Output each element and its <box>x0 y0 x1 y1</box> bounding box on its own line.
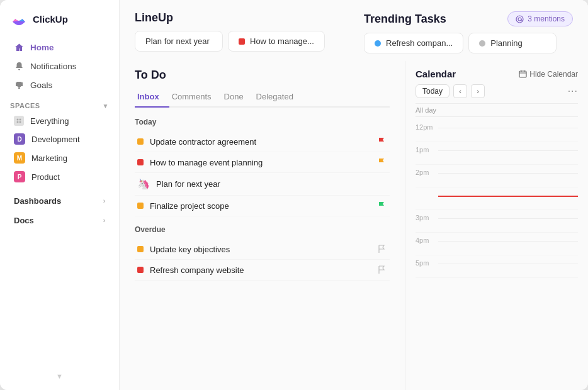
home-icon <box>14 42 24 52</box>
at-icon <box>516 15 524 23</box>
sidebar-item-everything[interactable]: Everything <box>4 112 115 130</box>
time-line <box>438 150 578 151</box>
todo-title: To Do <box>135 69 390 82</box>
marketing-space-dot: M <box>14 152 25 164</box>
sidebar-collapse-icon[interactable]: ▼ <box>56 372 63 380</box>
calendar-more-button[interactable]: ··· <box>568 86 578 97</box>
task-item[interactable]: Finalize project scope <box>135 196 390 216</box>
svg-point-0 <box>17 119 19 121</box>
trending-area: Trending Tasks 3 mentions Refresh compan… <box>364 11 573 53</box>
task-item[interactable]: 🦄 Plan for next year <box>135 173 390 196</box>
tab-comments[interactable]: Comments <box>169 88 222 108</box>
sidebar-item-home[interactable]: Home <box>4 38 115 57</box>
sidebar-bottom: ▼ <box>0 367 119 385</box>
lineup-area: LineUp Plan for next year How to manage.… <box>135 11 344 52</box>
cal-time-row: 2pm <box>416 165 578 187</box>
sidebar-item-development[interactable]: D Development <box>4 130 115 148</box>
lineup-card-plan-label: Plan for next year <box>145 36 210 46</box>
sidebar: ClickUp Home Notifications Goals Spaces … <box>0 0 120 390</box>
task-flag-icon <box>377 157 387 167</box>
lineup-card-plan[interactable]: Plan for next year <box>135 31 223 52</box>
trending-card-refresh[interactable]: Refresh compan... <box>364 33 463 53</box>
tab-done[interactable]: Done <box>222 88 254 108</box>
development-space-dot: D <box>14 133 25 145</box>
bell-icon <box>14 61 24 71</box>
task-item[interactable]: Update contractor agreement <box>135 131 390 152</box>
calendar-area: Calendar Hide Calendar Today ‹ › ··· All… <box>405 61 588 390</box>
everything-dot <box>14 116 24 126</box>
trending-card-planning[interactable]: Planning <box>468 33 557 53</box>
svg-point-4 <box>516 16 523 23</box>
mentions-count: 3 mentions <box>528 14 565 23</box>
lineup-card-manage[interactable]: How to manage... <box>228 31 325 52</box>
tab-inbox[interactable]: Inbox <box>135 88 169 108</box>
task-item[interactable]: Refresh company website <box>135 260 390 281</box>
bottom-section: To Do Inbox Comments Done Delegated Toda… <box>120 61 588 390</box>
sidebar-item-docs[interactable]: Docs › <box>4 211 115 230</box>
today-group-label: Today <box>135 118 390 126</box>
cal-time-row: 4pm <box>416 233 578 255</box>
trophy-icon <box>14 80 24 90</box>
sidebar-item-product[interactable]: P Product <box>4 167 115 186</box>
cal-time-row: 3pm <box>416 210 578 233</box>
task-item[interactable]: How to manage event planning <box>135 152 390 173</box>
tab-delegated[interactable]: Delegated <box>254 88 303 108</box>
task-color-dot <box>137 138 144 145</box>
lineup-card-manage-label: How to manage... <box>250 36 314 46</box>
lineup-cards: Plan for next year How to manage... <box>135 31 344 52</box>
app-window: ClickUp Home Notifications Goals Spaces … <box>0 0 588 390</box>
cal-time-row: 12pm <box>416 120 578 142</box>
task-flag-icon <box>377 265 387 275</box>
app-name: ClickUp <box>33 14 68 25</box>
calendar-icon <box>519 70 527 78</box>
sidebar-item-marketing[interactable]: M Marketing <box>4 148 115 167</box>
calendar-header-row: Calendar Hide Calendar <box>416 69 578 79</box>
task-item[interactable]: Update key objectives <box>135 239 390 260</box>
planning-status-dot <box>479 40 485 47</box>
trending-title: Trending Tasks <box>364 13 446 26</box>
todo-area: To Do Inbox Comments Done Delegated Toda… <box>120 61 405 390</box>
trending-cards: Refresh compan... Planning <box>364 33 573 53</box>
mentions-badge[interactable]: 3 mentions <box>507 11 573 26</box>
svg-point-3 <box>20 121 21 123</box>
time-line <box>438 264 578 264</box>
docs-chevron-icon: › <box>103 217 105 224</box>
task-flag-icon <box>377 136 387 147</box>
task-flag-icon <box>377 201 387 211</box>
clickup-logo-icon <box>10 10 28 28</box>
today-button[interactable]: Today <box>416 84 449 98</box>
svg-point-1 <box>20 119 21 121</box>
next-nav-button[interactable]: › <box>471 84 485 98</box>
svg-point-5 <box>518 18 521 21</box>
lineup-title: LineUp <box>135 11 344 25</box>
sidebar-item-dashboards[interactable]: Dashboards › <box>4 191 115 211</box>
product-space-dot: P <box>14 171 25 182</box>
allday-label: All day <box>416 103 578 117</box>
cal-time-row: 1pm <box>416 142 578 165</box>
hide-calendar-button[interactable]: Hide Calendar <box>519 70 578 79</box>
task-color-dot <box>137 246 144 252</box>
todo-tabs: Inbox Comments Done Delegated <box>135 88 390 108</box>
sidebar-item-goals[interactable]: Goals <box>4 75 115 94</box>
time-line <box>438 173 578 174</box>
spaces-chevron-icon[interactable]: ▼ <box>103 103 109 109</box>
main-content: LineUp Plan for next year How to manage.… <box>120 0 588 390</box>
calendar-nav-row: Today ‹ › ··· <box>416 84 578 98</box>
svg-rect-6 <box>519 71 526 77</box>
current-time-line <box>438 196 578 197</box>
overdue-group-label: Overdue <box>135 225 390 234</box>
refresh-status-dot <box>375 40 381 47</box>
time-line <box>438 241 578 242</box>
time-line <box>438 128 578 128</box>
cal-now-row <box>416 187 578 210</box>
logo-area: ClickUp <box>0 10 119 38</box>
task-flag-icon <box>377 244 387 254</box>
dashboards-chevron-icon: › <box>103 198 105 204</box>
lineup-card-manage-dot <box>239 38 245 45</box>
prev-nav-button[interactable]: ‹ <box>453 84 467 98</box>
task-color-dot <box>137 267 144 273</box>
trending-header: Trending Tasks 3 mentions <box>364 11 573 26</box>
sidebar-item-notifications[interactable]: Notifications <box>4 57 115 75</box>
task-emoji: 🦄 <box>137 178 150 190</box>
cal-time-row: 5pm <box>416 255 578 278</box>
